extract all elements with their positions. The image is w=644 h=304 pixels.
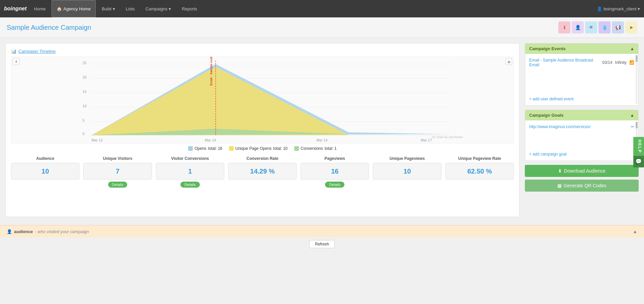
campaign-goals-header: Campaign Goals ▲ bbox=[525, 110, 638, 120]
bar-chart-icon[interactable]: 📶 bbox=[629, 60, 634, 65]
right-panel: Campaign Events ▲ Email - Sample Audienc… bbox=[525, 43, 639, 192]
stat-unique-pageview-rate: Unique Pageview Rate 62.50 % bbox=[446, 156, 514, 180]
eye-icon-btn[interactable]: 👁 bbox=[585, 21, 597, 33]
stat-conversion-rate: Conversion Rate 14.29 % bbox=[228, 156, 297, 180]
brand-logo[interactable]: boingnet bbox=[4, 6, 27, 12]
legend-page-opens-color bbox=[229, 146, 234, 151]
audience-bar-left: 👤 audience - who visited your campaign bbox=[7, 229, 89, 234]
stat-unique-pageview-rate-value: 62.50 % bbox=[446, 163, 514, 180]
page-title: Sample Audience Campaign bbox=[7, 24, 91, 31]
campaign-event-date: 03/14 bbox=[602, 60, 612, 65]
campaign-goals-title: Campaign Goals bbox=[529, 113, 564, 118]
nav-lists-label: Lists bbox=[126, 6, 135, 11]
nav-build-label: Build bbox=[102, 6, 111, 11]
legend-page-opens-label: Unique Page Opens bbox=[235, 146, 271, 151]
campaign-events-header: Campaign Events ▲ bbox=[525, 43, 638, 54]
svg-text:15: 15 bbox=[83, 90, 87, 94]
audience-person-icon: 👤 bbox=[7, 229, 12, 234]
campaign-event-name[interactable]: Email - Sample Audience Broadcast Email bbox=[529, 58, 599, 67]
svg-text:5: 5 bbox=[83, 118, 85, 122]
chart-controls: ⏸ bbox=[13, 58, 19, 65]
campaign-events-section: Campaign Events ▲ Email - Sample Audienc… bbox=[525, 43, 639, 106]
action-buttons: ⬇ Download Audience ▦ Generate QR Codes bbox=[525, 165, 639, 192]
legend-opens-total: total: 16 bbox=[208, 146, 223, 151]
chart-pause-btn[interactable]: ⏸ bbox=[13, 58, 19, 65]
help-chat-btn[interactable]: 💬 bbox=[633, 156, 644, 167]
scroll-up-icon-goals: ▲ bbox=[630, 113, 634, 118]
nav-campaigns-label: Campaigns bbox=[146, 6, 168, 11]
nav-reports[interactable]: Reports bbox=[177, 0, 202, 17]
goal-url-row: http://www.imaginus.com/services/ ✏ bbox=[529, 123, 634, 130]
chart-title[interactable]: Campaign Timeline bbox=[18, 49, 56, 54]
stat-conversion-rate-label: Conversion Rate bbox=[228, 156, 297, 161]
nav-lists[interactable]: Lists bbox=[121, 0, 140, 17]
chart-container: ⏸ ⊕ 25 20 15 10 5 0 Mar 13 Mar 14 Mar 16… bbox=[11, 57, 514, 143]
stat-unique-pageview-rate-label: Unique Pageview Rate bbox=[446, 156, 514, 161]
download-audience-btn[interactable]: ⬇ Download Audience bbox=[525, 165, 639, 177]
nav-agency-home-label: Agency Home bbox=[63, 6, 91, 11]
send-icon-btn[interactable]: ➤ bbox=[625, 21, 637, 33]
chart-zoom-btn[interactable]: ⊕ bbox=[505, 58, 512, 65]
chat-icon: 💬 bbox=[635, 159, 642, 164]
pageviews-details-btn[interactable]: Details bbox=[325, 182, 344, 188]
info-icon-btn[interactable]: ℹ bbox=[558, 21, 570, 33]
nav-reports-label: Reports bbox=[182, 6, 197, 11]
stat-unique-pageviews: Unique Pageviews 10 bbox=[373, 156, 441, 180]
svg-text:10: 10 bbox=[83, 104, 87, 108]
qr-icon: ▦ bbox=[557, 183, 562, 188]
download-icon: ⬇ bbox=[558, 168, 562, 174]
nav-agency-home[interactable]: 🏠 Agency Home bbox=[52, 0, 96, 17]
add-campaign-goal-link[interactable]: + add campaign goal bbox=[529, 150, 634, 158]
svg-marker-17 bbox=[91, 67, 349, 135]
svg-text:0: 0 bbox=[83, 132, 85, 136]
campaign-events-title: Campaign Events bbox=[529, 46, 566, 51]
stat-pageviews-label: Pageviews bbox=[301, 156, 369, 161]
user-account-icon: 👤 bbox=[597, 6, 602, 11]
chart-svg: 25 20 15 10 5 0 Mar 13 Mar 14 Mar 16 Mar… bbox=[11, 57, 513, 143]
audience-collapse-btn[interactable]: ▲ bbox=[633, 229, 637, 234]
help-button[interactable]: HELP bbox=[633, 137, 644, 156]
refresh-btn[interactable]: Refresh bbox=[309, 240, 335, 248]
stat-conversion-rate-value: 14.29 % bbox=[228, 163, 297, 180]
stat-unique-visitors-value: 7 bbox=[83, 163, 152, 180]
stat-unique-pageviews-value: 10 bbox=[373, 163, 441, 180]
campaign-event-type: Infinity bbox=[615, 60, 627, 65]
chart-header: 📊 Campaign Timeline bbox=[11, 49, 514, 54]
home-icon: 🏠 bbox=[57, 6, 62, 11]
megaphone-icon-btn[interactable]: 📢 bbox=[612, 21, 624, 33]
stat-visitor-conversions-value: 1 bbox=[156, 163, 224, 180]
stats-row: Audience 10 Unique Visitors 7 Details Vi… bbox=[11, 156, 514, 188]
svg-text:Mar 16: Mar 16 bbox=[316, 138, 327, 142]
legend-conversions-color bbox=[294, 146, 299, 151]
stat-audience-value: 10 bbox=[11, 163, 79, 180]
campaign-event-row: Email - Sample Audience Broadcast Email … bbox=[529, 57, 634, 69]
stat-unique-pageviews-label: Unique Pageviews bbox=[373, 156, 441, 161]
visitor-conversions-details-btn[interactable]: Details bbox=[180, 182, 200, 188]
user-icon-btn[interactable]: 👤 bbox=[572, 21, 584, 33]
add-user-event-link[interactable]: + add user defined event bbox=[529, 95, 634, 103]
generate-qr-btn[interactable]: ▦ Generate QR Codes bbox=[525, 180, 639, 192]
goal-edit-icon[interactable]: ✏ bbox=[631, 124, 634, 129]
svg-text:Email - Sample Audience Broadc: Email - Sample Audience Broadcast Email bbox=[209, 57, 213, 86]
generate-qr-label: Generate QR Codes bbox=[564, 183, 607, 188]
audience-bar-desc: - who visited your campaign bbox=[35, 229, 89, 234]
stat-pageviews-value: 16 bbox=[301, 163, 369, 180]
unique-visitors-details-btn[interactable]: Details bbox=[108, 182, 128, 188]
nav-home-label: Home bbox=[34, 6, 46, 11]
nav-home[interactable]: Home bbox=[29, 0, 51, 17]
legend-page-opens-total: total: 10 bbox=[273, 146, 288, 151]
navbar: boingnet Home 🏠 Agency Home Build ▾ List… bbox=[0, 0, 644, 17]
scrollbar-track[interactable] bbox=[636, 55, 638, 104]
chart-zoom: ⊕ bbox=[505, 58, 512, 65]
goal-url-text[interactable]: http://www.imaginus.com/services/ bbox=[529, 124, 590, 129]
user-account-label[interactable]: boingmark_client ▾ bbox=[603, 6, 640, 11]
scrollbar-thumb-goals bbox=[636, 122, 638, 128]
drop-icon-btn[interactable]: 💧 bbox=[598, 21, 611, 33]
left-panel: 📊 Campaign Timeline ⏸ ⊕ 25 20 15 10 5 0 … bbox=[5, 43, 519, 217]
nav-build[interactable]: Build ▾ bbox=[97, 0, 120, 17]
stat-audience: Audience 10 bbox=[11, 156, 79, 180]
chart-legend: Opens total: 16 Unique Page Opens total:… bbox=[11, 146, 514, 151]
nav-campaigns[interactable]: Campaigns ▾ bbox=[141, 0, 176, 17]
legend-opens: Opens total: 16 bbox=[188, 146, 222, 151]
refresh-area: Refresh bbox=[0, 237, 644, 251]
